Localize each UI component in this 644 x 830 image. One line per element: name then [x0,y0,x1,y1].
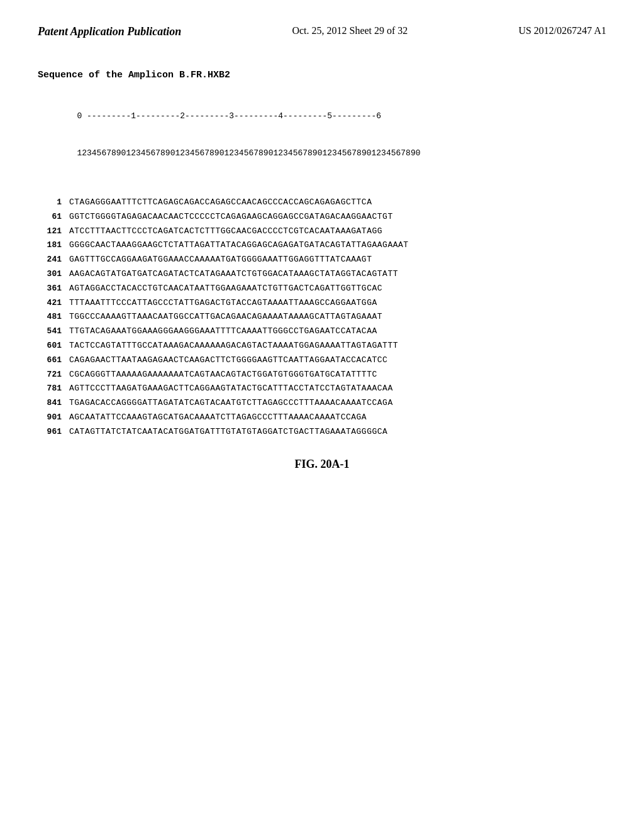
seq-data: AGTAGGACCTACACCTGTCAACATAATTGGAAGAAATCTG… [69,282,382,296]
table-row: 541TTGTACAGAAATGGAAAGGGAAGGGAAATTTTCAAAA… [38,325,606,338]
seq-number: 481 [38,311,69,324]
table-row: 901AGCAATATTCCAAAGTAGCATGACAAAATCTTAGAGC… [38,411,606,424]
main-content: Sequence of the Amplicon B.FR.HXB2 0 ---… [0,51,644,484]
seq-number: 841 [38,397,69,410]
seq-number: 541 [38,325,69,338]
seq-number: 961 [38,426,69,439]
ruler-line2: 1234567890123456789012345678901234567890… [38,147,606,160]
table-row: 481TGGCCCAAAAGTTAAACAATGGCCATTGACAGAACAG… [38,311,606,324]
table-row: 421TTTAAATTTCCCATTAGCCCTATTGAGACTGTACCAG… [38,297,606,310]
seq-data: TGGCCCAAAAGTTAAACAATGGCCATTGACAGAACAGAAA… [69,311,382,324]
seq-data: GGGGCAACTAAAGGAAGCTCTATTAGATTATACAGGAGCA… [69,239,409,252]
seq-number: 121 [38,225,69,238]
seq-data: AGTTCCCTTAAGATGAAAGACTTCAGGAAGTATACTGCAT… [69,382,393,396]
sheet-info: Oct. 25, 2012 Sheet 29 of 32 [292,25,408,36]
seq-data: CGCAGGGTTAAAAAGAAAAAAATCAGTAACAGTACTGGAT… [69,368,377,382]
seq-number: 361 [38,282,69,296]
seq-number: 781 [38,382,69,396]
seq-data: TACTCCAGTATTTGCCATAAAGACAAAAAAGACAGTACTA… [69,340,398,353]
seq-data: CAGAGAACTTAATAAGAGAACTCAAGACTTCTGGGGAAGT… [69,354,387,367]
publication-title: Patent Application Publication [38,25,181,38]
seq-number: 61 [38,211,69,224]
seq-data: CTAGAGGGAATTTCTTCAGAGCAGACCAGAGCCAACAGCC… [69,196,372,209]
seq-number: 1 [38,196,69,209]
seq-number: 181 [38,239,69,252]
table-row: 181GGGGCAACTAAAGGAAGCTCTATTAGATTATACAGGA… [38,239,606,252]
seq-data: TGAGACACCAGGGGATTAGATATCAGTACAATGTCTTAGA… [69,397,393,410]
seq-number: 241 [38,253,69,267]
table-row: 841TGAGACACCAGGGGATTAGATATCAGTACAATGTCTT… [38,397,606,410]
table-row: 601TACTCCAGTATTTGCCATAAAGACAAAAAAGACAGTA… [38,340,606,353]
table-row: 721CGCAGGGTTAAAAAGAAAAAAATCAGTAACAGTACTG… [38,368,606,382]
table-row: 121ATCCTTTAACTTCCCTCAGATCACTCTTTGGCAACGA… [38,225,606,238]
seq-data: GGTCTGGGGTAGAGACAACAACTCCCCCTCAGAGAAGCAG… [69,211,393,224]
table-row: 61GGTCTGGGGTAGAGACAACAACTCCCCCTCAGAGAAGC… [38,211,606,224]
seq-data: TTTAAATTTCCCATTAGCCCTATTGAGACTGTACCAGTAA… [69,297,377,310]
sequence-ruler: 0 ---------1---------2---------3--------… [38,86,606,184]
seq-number: 661 [38,354,69,367]
table-row: 961CATAGTTATCTATCAATACATGGATGATTTGTATGTA… [38,426,606,439]
seq-data: GAGTTTGCCAGGAAGATGGAAACCAAAAATGATGGGGAAA… [69,253,372,267]
seq-number: 421 [38,297,69,310]
seq-number: 901 [38,411,69,424]
seq-number: 301 [38,268,69,281]
sequence-table: 1CTAGAGGGAATTTCTTCAGAGCAGACCAGAGCCAACAGC… [38,196,606,439]
patent-number: US 2012/0267247 A1 [518,25,606,36]
seq-data: AAGACAGTATGATGATCAGATACTCATAGAAATCTGTGGA… [69,268,398,281]
table-row: 241GAGTTTGCCAGGAAGATGGAAACCAAAAATGATGGGG… [38,253,606,267]
table-row: 301AAGACAGTATGATGATCAGATACTCATAGAAATCTGT… [38,268,606,281]
seq-data: CATAGTTATCTATCAATACATGGATGATTTGTATGTAGGA… [69,426,387,439]
page-header: Patent Application Publication Oct. 25, … [0,0,644,51]
seq-number: 721 [38,368,69,382]
seq-number: 601 [38,340,69,353]
table-row: 361AGTAGGACCTACACCTGTCAACATAATTGGAAGAAAT… [38,282,606,296]
table-row: 781AGTTCCCTTAAGATGAAAGACTTCAGGAAGTATACTG… [38,382,606,396]
seq-data: TTGTACAGAAATGGAAAGGGAAGGGAAATTTTCAAAATTG… [69,325,377,338]
ruler-line1: 0 ---------1---------2---------3--------… [38,110,606,123]
figure-caption: FIG. 20A-1 [38,458,606,471]
table-row: 661CAGAGAACTTAATAAGAGAACTCAAGACTTCTGGGGA… [38,354,606,367]
seq-data: AGCAATATTCCAAAGTAGCATGACAAAATCTTAGAGCCCT… [69,411,367,424]
table-row: 1CTAGAGGGAATTTCTTCAGAGCAGACCAGAGCCAACAGC… [38,196,606,209]
seq-data: ATCCTTTAACTTCCCTCAGATCACTCTTTGGCAACGACCC… [69,225,382,238]
sequence-title: Sequence of the Amplicon B.FR.HXB2 [38,70,606,80]
